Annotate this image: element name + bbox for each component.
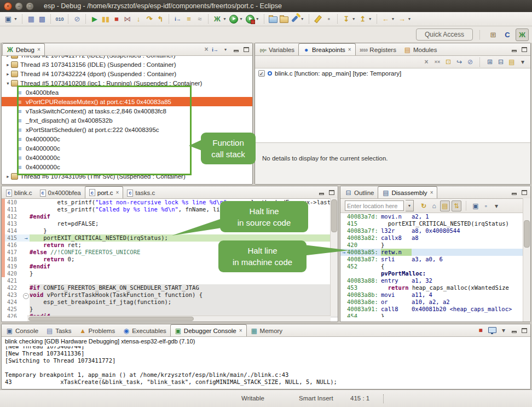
search-button[interactable] (290, 14, 300, 25)
annotation-button[interactable]: ▪ (323, 14, 334, 25)
stack-frame-row[interactable]: ≡vPortCPUReleaseMutex() at port.c:415 0x… (2, 97, 252, 106)
tab-modules[interactable]: ▤Modules (400, 44, 441, 55)
tab-registers[interactable]: 1010Registers (356, 44, 400, 55)
open-new-view-button[interactable]: ▫ (482, 201, 490, 211)
remove-all-breakpoints-button[interactable]: ×× (433, 57, 442, 67)
minimize-icon[interactable] (232, 44, 240, 54)
console-output[interactable]: [New Thread 1073468744][New Thread 10734… (2, 346, 530, 389)
save-all-button[interactable]: ▩ (37, 14, 48, 25)
stack-frame-row[interactable]: ≡vTaskSwitchContext() at tasks.c:2,846 0… (2, 106, 252, 116)
filter-breakpoints-button[interactable]: ⊡ (444, 57, 453, 67)
remove-all-terminated-button[interactable]: × (202, 44, 211, 54)
last-edit-location-button-dropdown[interactable]: ▼ (352, 17, 356, 21)
back-button[interactable]: ← (380, 14, 391, 25)
location-dropdown-icon[interactable]: ▼ (406, 200, 414, 211)
run-button-dropdown[interactable]: ▼ (239, 17, 243, 21)
tab-close-icon[interactable]: × (348, 47, 351, 53)
external-tools-button-dropdown[interactable]: ▼ (256, 17, 259, 21)
debug-perspective-button[interactable]: Ж (516, 28, 529, 41)
disconnect-button[interactable]: ⋈ (122, 14, 133, 25)
tab-memory[interactable]: ▦Memory (247, 325, 287, 336)
breakpoint-checkbox[interactable]: ✓ (258, 70, 265, 77)
step-return-button[interactable]: ↰ (155, 14, 166, 25)
suspend-button[interactable]: ▮▮ (100, 14, 111, 25)
tab-debug[interactable]: ЖDebug× (2, 43, 45, 55)
tree-twisty-icon[interactable]: ▸ (5, 62, 11, 67)
disassembly-vertical-scrollbar[interactable] (523, 198, 530, 322)
go-to-annotation-button[interactable]: ↥ (357, 14, 368, 25)
remove-selected-breakpoints-button[interactable]: × (422, 57, 431, 67)
tab-close-icon[interactable]: × (239, 328, 242, 334)
collapse-all-button[interactable]: ⊟ (496, 57, 505, 67)
instruction-step-toggle[interactable]: i→ (211, 45, 219, 55)
tab-console[interactable]: ▣Console (2, 325, 42, 336)
open-perspective-button[interactable]: ⊞ (487, 29, 499, 41)
maximize-icon[interactable] (520, 187, 529, 197)
window-maximize-button[interactable]: □ (26, 2, 34, 10)
last-edit-location-button[interactable]: ↧ (341, 14, 352, 25)
tab-tasks[interactable]: ▤Tasks (42, 325, 75, 336)
tab-disassembly[interactable]: ▤Disassembly× (378, 186, 437, 198)
tab-close-icon[interactable]: × (116, 190, 119, 196)
open-folder-icon[interactable] (279, 14, 290, 25)
tab-breakpoints[interactable]: ●Breakpoints× (298, 43, 356, 55)
show-source-toggle[interactable]: ▤ (440, 200, 450, 211)
window-minimize-button[interactable]: − (15, 2, 23, 10)
thread-row[interactable]: ▸Thread #3 1073413156 (IDLE) (Suspended … (2, 60, 252, 69)
run-button[interactable] (228, 14, 239, 25)
view-menu-button[interactable]: ▾ (492, 201, 501, 211)
maximize-icon[interactable] (327, 187, 336, 197)
thread-row[interactable]: ▾Thread #5 1073410208 (ipc1 : Running) (… (2, 78, 252, 88)
view-menu-icon[interactable]: ▾ (221, 44, 230, 54)
remove-launch-button[interactable]: ■ (476, 325, 485, 335)
thread-row[interactable]: ▸Thread #4 1073432224 (dport) (Suspended… (2, 69, 252, 78)
new-disassembly-view-button[interactable]: ▣ (471, 201, 480, 211)
tree-twisty-icon[interactable]: ▾ (5, 81, 11, 86)
thread-row[interactable]: ▸Thread #2 1073411772 (IDLE) (Suspended … (2, 56, 252, 60)
open-project-icon[interactable] (268, 14, 279, 25)
minimize-icon[interactable] (510, 187, 518, 197)
editor-tab-0x4000bfea[interactable]: c0x4000bfea (36, 187, 85, 198)
tree-twisty-icon[interactable]: ▸ (5, 56, 11, 58)
debug-button-dropdown[interactable]: ▼ (223, 17, 227, 21)
step-filters-button[interactable]: ≡ (183, 14, 194, 25)
tab-problems[interactable]: ▲Problems (76, 325, 119, 336)
skip-all-breakpoints-button[interactable]: ⊘ (466, 57, 475, 67)
group-breakpoints-button[interactable]: ▤ (507, 57, 516, 67)
forward-button-dropdown[interactable]: ▼ (408, 17, 412, 21)
thread-row[interactable]: ▸Thread #6 1073431096 (Tmr Svc) (Suspend… (2, 171, 252, 181)
go-to-annotation-button-dropdown[interactable]: ▼ (368, 17, 372, 21)
skip-all-breakpoints-button[interactable]: ⊘ (72, 14, 83, 25)
instruction-step-button[interactable]: i→ (172, 14, 183, 25)
terminate-button[interactable]: ■ (111, 14, 122, 25)
search-button-dropdown[interactable]: ▼ (300, 17, 304, 21)
breakpoints-list[interactable]: ✓blink.c [function: app_main] [type: Tem… (255, 68, 530, 130)
new-wizard-button-dropdown[interactable]: ▼ (14, 17, 18, 21)
binary-counter-button[interactable]: 010 (54, 14, 65, 25)
stack-frame-row[interactable]: ≡0x4000bfea (2, 88, 252, 97)
external-tools-button[interactable] (245, 14, 256, 25)
minimize-icon[interactable] (510, 44, 518, 54)
mark-occurrences-button[interactable] (313, 14, 323, 25)
editor-tab-blink-c[interactable]: cblink.c (2, 187, 36, 198)
resume-button[interactable]: ▶ (89, 14, 100, 25)
tab-outline[interactable]: ⊟Outline (341, 187, 378, 198)
debug-launch-tree[interactable]: ▸Thread #2 1073411772 (IDLE) (Suspended … (2, 56, 252, 185)
instruction-mode-button[interactable]: ≈ (194, 14, 205, 25)
window-close-button[interactable]: × (4, 2, 12, 10)
editor-tab-port-c[interactable]: cport.c× (85, 186, 124, 198)
cpp-perspective-button[interactable]: C (501, 29, 513, 41)
tab-close-icon[interactable]: × (430, 190, 433, 196)
tab-debugger-console[interactable]: ▣Debugger Console× (170, 324, 247, 336)
breakpoint-row[interactable]: ✓blink.c [function: app_main] [type: Tem… (255, 68, 530, 78)
minimize-icon[interactable] (317, 187, 326, 197)
forward-button[interactable]: → (397, 14, 408, 25)
minimize-icon[interactable] (510, 325, 518, 335)
expand-all-button[interactable]: ⊞ (485, 57, 494, 67)
save-button[interactable]: ▦ (26, 14, 37, 25)
tree-twisty-icon[interactable]: ▸ (5, 71, 11, 77)
refresh-icon[interactable]: ↻ (419, 201, 428, 211)
tab-close-icon[interactable]: × (37, 47, 41, 53)
view-menu-button[interactable]: ▾ (518, 57, 527, 67)
step-over-button[interactable]: ↷ (144, 14, 155, 25)
